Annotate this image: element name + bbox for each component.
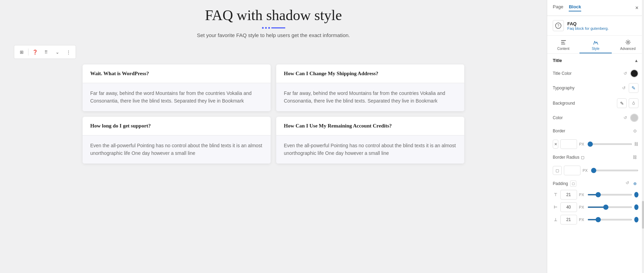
border-radius-range-slider[interactable] <box>591 170 638 171</box>
title-color-swatch[interactable] <box>630 69 638 78</box>
toolbar-drag-btn[interactable]: ⠿ <box>41 47 51 57</box>
padding-reset-icon[interactable]: ↺ <box>625 180 630 186</box>
border-range-slider[interactable] <box>587 143 632 145</box>
padding-side-slider[interactable] <box>587 206 632 208</box>
title-section-label: Title <box>553 58 562 63</box>
faq-subtitle: Set your favorite FAQ style to help user… <box>14 32 533 38</box>
faq-question-1: Wait. What is WordPress? <box>83 64 271 83</box>
faq-question-3: How long do I get support? <box>83 117 271 135</box>
padding-row-bottom: ⊥ PX <box>547 213 644 226</box>
typography-controls: ↺ ✎ <box>621 83 638 93</box>
editor-area: FAQ with shadow style Set your favorite … <box>0 0 547 273</box>
nav-content[interactable]: Content <box>547 36 579 53</box>
border-radius-unit-label: PX <box>583 168 589 173</box>
padding-row-side: ⊢ PX <box>547 201 644 213</box>
border-link-controls: ⊙ <box>632 127 638 134</box>
background-row: Background ✎ <box>547 96 644 111</box>
block-icon: ? <box>553 20 564 31</box>
border-unit-label: PX <box>579 142 585 146</box>
nav-advanced[interactable]: Advanced <box>612 36 644 53</box>
toolbar-block-btn[interactable]: ⊞ <box>16 47 27 57</box>
faq-card-4: How Can I Use My Remaining Account Credi… <box>276 117 464 164</box>
nav-style[interactable]: Style <box>579 36 612 53</box>
block-desc: Faq block for gutenberg. <box>567 26 609 30</box>
faq-block-icon: ? <box>555 22 562 29</box>
nav-content-label: Content <box>557 47 569 51</box>
scrollbar-thumb[interactable] <box>642 201 644 229</box>
faq-header: FAQ with shadow style Set your favorite … <box>14 7 533 38</box>
panel-header: Page Block × <box>547 0 644 16</box>
border-value-input[interactable] <box>560 139 577 149</box>
water-drop-icon <box>632 101 636 105</box>
svg-rect-4 <box>561 44 565 44</box>
border-radius-input-row: ▢ PX <box>547 164 644 177</box>
block-name: FAQ <box>567 21 609 26</box>
color-label: Color <box>553 115 563 120</box>
padding-bottom-input[interactable] <box>560 215 577 224</box>
toolbar-divider-1 <box>28 49 28 55</box>
padding-label: Padding ▢ <box>553 180 576 187</box>
svg-point-5 <box>627 42 629 43</box>
border-label: Border <box>553 129 565 133</box>
title-color-reset-icon[interactable]: ↺ <box>622 71 628 76</box>
background-controls: ✎ <box>617 98 638 108</box>
faq-card-1: Wait. What is WordPress? Far far away, b… <box>83 64 271 111</box>
padding-side-unit: PX <box>579 205 585 209</box>
border-radius-chain-icon[interactable]: ⛓ <box>632 154 638 161</box>
typography-reset-icon[interactable]: ↺ <box>621 85 627 91</box>
typography-label: Typography <box>553 86 575 90</box>
toolbar-move-btn[interactable]: ⌄ <box>52 47 62 57</box>
background-edit-btn[interactable]: ✎ <box>617 98 627 108</box>
border-chain-icon[interactable]: ⛓ <box>634 141 638 148</box>
panel-nav: Content Style Advanced <box>547 36 644 54</box>
padding-top-input[interactable] <box>560 190 577 200</box>
typography-edit-btn[interactable]: ✎ <box>629 83 638 93</box>
title-color-row: Title Color ↺ <box>547 67 644 80</box>
padding-icon: ▢ <box>570 180 576 187</box>
title-color-label: Title Color <box>553 71 571 76</box>
padding-link-icon[interactable]: ⊕ <box>632 180 638 187</box>
advanced-icon <box>625 39 631 45</box>
close-panel-button[interactable]: × <box>635 5 638 11</box>
block-info: ? FAQ Faq block for gutenberg. <box>547 16 644 36</box>
padding-bottom-dot <box>634 217 638 222</box>
border-radius-shape-btn[interactable]: ▢ <box>553 166 562 175</box>
padding-top-icon: ⊤ <box>553 191 558 198</box>
svg-text:?: ? <box>557 24 559 28</box>
title-color-controls: ↺ <box>622 69 638 78</box>
border-radius-value-input[interactable] <box>564 166 581 175</box>
padding-side-dot <box>634 204 638 210</box>
faq-question-2: How Can I Change My Shipping Address? <box>276 64 464 83</box>
color-swatch[interactable] <box>630 114 638 122</box>
panel-tabs: Page Block <box>553 4 581 11</box>
faq-dots-line <box>14 27 533 29</box>
border-radius-label-row: Border Radius ▢ ⛓ <box>547 151 644 164</box>
right-panel: Page Block × ? FAQ Faq block for gutenbe… <box>547 0 644 273</box>
color-reset-icon[interactable]: ↺ <box>622 115 628 121</box>
faq-card-3: How long do I get support? Even the all-… <box>83 117 271 164</box>
title-section-header[interactable]: Title ▲ <box>547 54 644 67</box>
scrollbar-track <box>642 0 644 273</box>
background-clear-btn[interactable] <box>629 98 638 108</box>
faq-answer-2: Far far away, behind the word Mountains … <box>276 83 464 111</box>
padding-top-unit: PX <box>579 193 585 197</box>
padding-side-input[interactable] <box>560 202 577 212</box>
border-shape-btn[interactable]: ✕ <box>553 140 558 149</box>
padding-bottom-slider[interactable] <box>587 219 632 220</box>
faq-question-4: How Can I Use My Remaining Account Credi… <box>276 117 464 135</box>
background-label: Background <box>553 101 575 106</box>
faq-answer-1: Far far away, behind the word Mountains … <box>83 83 271 111</box>
toolbar-more-btn[interactable]: ⋮ <box>63 47 74 57</box>
faq-answer-4: Even the all-powerful Pointing has no co… <box>276 135 464 164</box>
faq-grid: Wait. What is WordPress? Far far away, b… <box>83 64 464 164</box>
tab-block[interactable]: Block <box>569 4 581 11</box>
padding-top-slider[interactable] <box>587 194 632 195</box>
tab-page[interactable]: Page <box>553 4 563 11</box>
typography-row: Typography ↺ ✎ <box>547 80 644 96</box>
svg-rect-2 <box>561 40 566 41</box>
border-link-icon[interactable]: ⊙ <box>632 127 638 134</box>
block-info-text: FAQ Faq block for gutenberg. <box>567 21 609 30</box>
border-radius-label: Border Radius ▢ <box>553 155 584 160</box>
padding-top-dot <box>634 192 638 197</box>
toolbar-faq-icon-btn[interactable]: ❓ <box>30 47 40 57</box>
